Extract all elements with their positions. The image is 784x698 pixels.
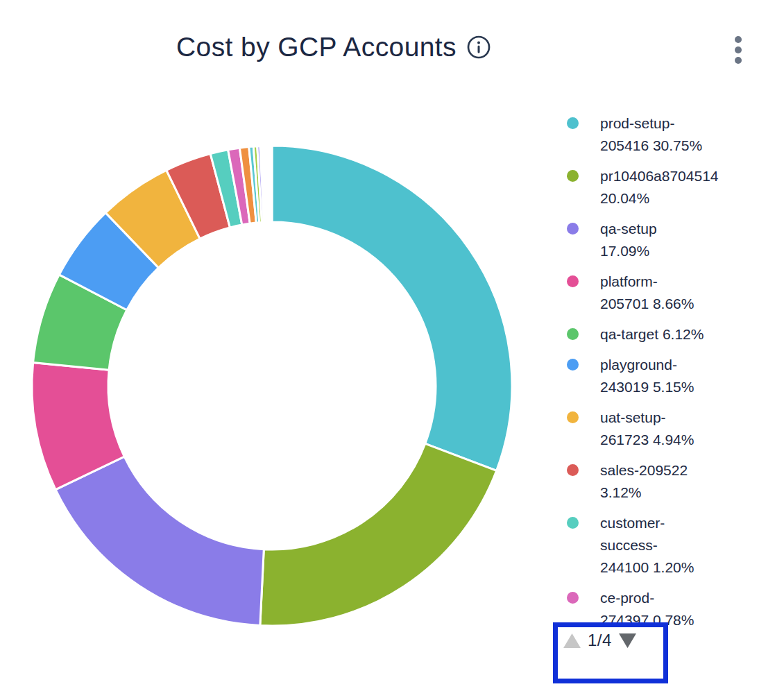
legend-color-dot — [567, 170, 579, 182]
legend-item-customer-success-244100[interactable]: customer-success-244100 1.20% — [567, 512, 784, 579]
legend-label: pr10406a870451420.04% — [600, 165, 719, 210]
highlight-box: 1/4 — [553, 622, 668, 683]
legend-item-qa-setup[interactable]: qa-setup17.09% — [567, 218, 784, 262]
legend-label: qa-target 6.12% — [600, 323, 704, 346]
legend-color-dot — [567, 517, 579, 529]
legend-color-dot — [567, 223, 579, 235]
legend-item-qa-target[interactable]: qa-target 6.12% — [567, 323, 784, 346]
legend-color-dot — [567, 328, 579, 340]
pie-slice-qa-setup[interactable] — [56, 457, 264, 625]
legend-item-uat-setup-261723[interactable]: uat-setup-261723 4.94% — [567, 407, 784, 451]
legend-color-dot — [567, 464, 579, 476]
legend-label: platform-205701 8.66% — [600, 271, 694, 315]
legend-item-prod-setup-205416[interactable]: prod-setup-205416 30.75% — [567, 112, 784, 157]
legend-item-platform-205701[interactable]: platform-205701 8.66% — [567, 271, 784, 315]
legend-label: playground-243019 5.15% — [600, 354, 694, 398]
legend-page-indicator: 1/4 — [588, 631, 612, 650]
legend-item-sales-209522[interactable]: sales-2095223.12% — [567, 459, 784, 504]
legend-label: prod-setup-205416 30.75% — [600, 112, 702, 157]
legend-page-down-button[interactable] — [618, 633, 637, 649]
pie-slice-prod-setup-205416[interactable] — [272, 146, 512, 470]
legend-color-dot — [567, 117, 579, 129]
legend-label: sales-2095223.12% — [600, 459, 688, 504]
legend-page-up-button[interactable] — [563, 633, 581, 649]
legend-color-dot — [567, 275, 579, 287]
cost-by-gcp-accounts-widget: Cost by GCP Accounts prod-setup-205416 3… — [0, 0, 784, 698]
legend-color-dot — [567, 592, 579, 604]
pie-slice-unlabeled[interactable] — [271, 146, 272, 222]
pie-slice-pr10406a8704514[interactable] — [260, 443, 497, 626]
legend-pagination: 1/4 — [558, 627, 663, 650]
legend-color-dot — [567, 411, 579, 423]
legend-label: qa-setup17.09% — [600, 218, 657, 262]
legend: prod-setup-205416 30.75%pr10406a87045142… — [567, 112, 784, 631]
triangle-down-icon — [618, 633, 637, 649]
legend-label: uat-setup-261723 4.94% — [600, 407, 694, 451]
legend-label: customer-success-244100 1.20% — [600, 512, 694, 579]
legend-item-pr10406a8704514[interactable]: pr10406a870451420.04% — [567, 165, 784, 210]
legend-color-dot — [567, 359, 579, 371]
legend-item-playground-243019[interactable]: playground-243019 5.15% — [567, 354, 784, 398]
triangle-up-icon — [563, 633, 581, 649]
